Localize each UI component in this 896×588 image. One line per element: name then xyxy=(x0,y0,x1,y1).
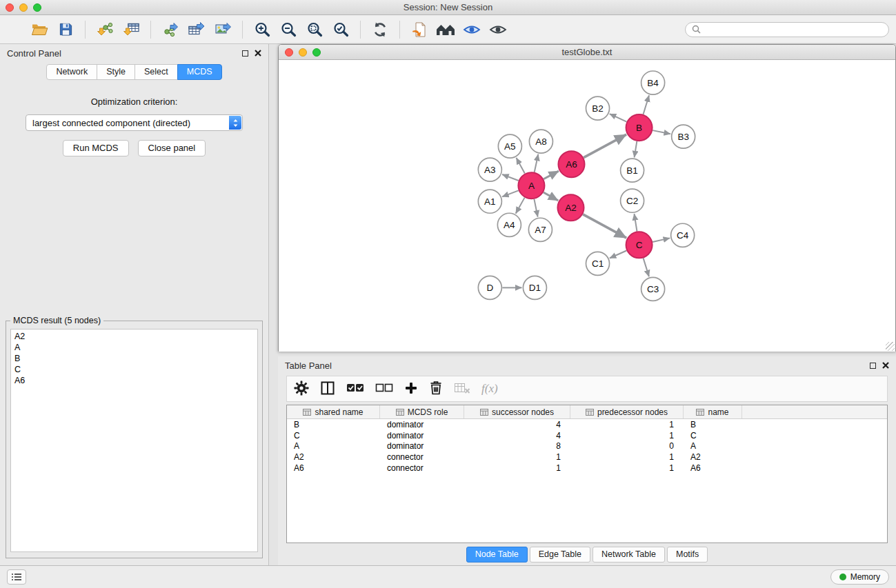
graph-edge-A6-B[interactable] xyxy=(584,134,626,158)
graph-edge-A-A3[interactable] xyxy=(502,174,519,181)
float-table-panel-icon[interactable] xyxy=(870,363,876,369)
column-header-successor-nodes[interactable]: successor nodes xyxy=(464,405,570,418)
zoom-window-button[interactable] xyxy=(33,3,41,12)
graph-edge-A-A4[interactable] xyxy=(516,198,525,214)
tab-node-table[interactable]: Node Table xyxy=(466,547,528,562)
graph-node-B4[interactable]: B4 xyxy=(641,71,665,94)
graph-edge-A-A8[interactable] xyxy=(535,154,539,172)
window-resize-handle[interactable] xyxy=(886,342,895,351)
tab-style[interactable]: Style xyxy=(97,64,135,80)
memory-button[interactable]: Memory xyxy=(830,569,889,585)
import-network-button[interactable] xyxy=(92,19,118,41)
network-window-titlebar[interactable]: testGlobe.txt xyxy=(279,45,895,60)
function-builder-button[interactable]: f(x) xyxy=(481,382,498,396)
column-header-mcds-role[interactable]: MCDS role xyxy=(380,405,464,418)
graph-node-D1[interactable]: D1 xyxy=(523,276,546,299)
graph-node-A2[interactable]: A2 xyxy=(557,194,584,221)
close-panel-button[interactable]: Close panel xyxy=(138,140,206,156)
graph-node-A[interactable]: A xyxy=(518,172,544,199)
add-column-button[interactable] xyxy=(404,381,418,397)
zoom-fit-button[interactable] xyxy=(301,19,328,41)
float-panel-icon[interactable] xyxy=(242,50,248,57)
column-header-shared-name[interactable]: shared name xyxy=(287,405,380,418)
minimize-window-button[interactable] xyxy=(19,3,28,12)
graph-node-B3[interactable]: B3 xyxy=(672,125,695,148)
zoom-in-button[interactable] xyxy=(249,19,275,41)
graph-node-A4[interactable]: A4 xyxy=(497,213,521,236)
graphics-details-button[interactable] xyxy=(459,19,485,41)
graph-node-C[interactable]: C xyxy=(626,232,653,258)
network-canvas[interactable]: B4B2BB3A5A8A6B1A3AC2A1A2A4A7C4C1CC3DD1 xyxy=(279,60,895,352)
graph-edge-A-A6[interactable] xyxy=(544,171,559,179)
graph-node-A8[interactable]: A8 xyxy=(529,130,552,153)
select-all-button[interactable] xyxy=(346,383,364,396)
graph-edge-A2-C[interactable] xyxy=(583,214,626,238)
task-history-button[interactable] xyxy=(7,569,26,585)
search-input[interactable] xyxy=(704,25,882,34)
delete-column-button[interactable] xyxy=(429,381,443,398)
close-network-window-button[interactable] xyxy=(285,48,293,57)
close-panel-icon[interactable] xyxy=(255,50,261,57)
graph-edge-B-B4[interactable] xyxy=(643,95,649,114)
tab-network[interactable]: Network xyxy=(46,64,97,80)
show-columns-button[interactable] xyxy=(320,381,335,398)
graph-edge-A-A7[interactable] xyxy=(534,199,537,217)
graph-node-D[interactable]: D xyxy=(478,276,501,299)
tab-edge-table[interactable]: Edge Table xyxy=(530,547,590,562)
graph-node-B2[interactable]: B2 xyxy=(586,97,609,120)
table-row[interactable]: A6connector11A6 xyxy=(287,463,887,474)
export-network-button[interactable] xyxy=(157,19,183,41)
network-graph[interactable]: B4B2BB3A5A8A6B1A3AC2A1A2A4A7C4C1CC3DD1 xyxy=(279,60,895,352)
annotations-button[interactable] xyxy=(406,19,432,41)
graph-node-A3[interactable]: A3 xyxy=(478,158,501,181)
import-table-button[interactable] xyxy=(118,19,144,41)
graph-node-A1[interactable]: A1 xyxy=(478,190,501,213)
table-row[interactable]: Cdominator41C xyxy=(287,430,887,441)
minimize-network-window-button[interactable] xyxy=(299,48,307,57)
zoom-selected-button[interactable] xyxy=(328,19,354,41)
graph-node-C4[interactable]: C4 xyxy=(671,223,695,247)
close-table-panel-icon[interactable] xyxy=(882,362,889,369)
graph-node-C3[interactable]: C3 xyxy=(641,277,665,301)
show-hide-details-button[interactable] xyxy=(485,19,511,41)
graph-edge-A-A2[interactable] xyxy=(544,192,558,201)
table-row[interactable]: Bdominator41B xyxy=(287,419,887,430)
export-image-button[interactable] xyxy=(210,19,236,41)
graph-edge-B-B3[interactable] xyxy=(653,130,670,134)
refresh-view-button[interactable] xyxy=(367,19,393,41)
optimization-dropdown[interactable]: largest connected component (directed) xyxy=(26,114,243,131)
column-header-name[interactable]: name xyxy=(684,405,742,418)
graph-node-B[interactable]: B xyxy=(626,114,653,141)
graph-edge-B-B1[interactable] xyxy=(635,141,637,158)
table-row[interactable]: A2connector11A2 xyxy=(287,452,887,463)
close-window-button[interactable] xyxy=(6,3,14,12)
table-settings-button[interactable] xyxy=(294,381,309,398)
graph-edge-A-A1[interactable] xyxy=(502,190,519,196)
graph-node-A5[interactable]: A5 xyxy=(498,134,521,158)
graph-edge-C-C1[interactable] xyxy=(610,251,627,258)
open-session-button[interactable] xyxy=(26,19,52,41)
zoom-network-window-button[interactable] xyxy=(312,48,321,57)
graph-node-B1[interactable]: B1 xyxy=(621,159,644,182)
tab-network-table[interactable]: Network Table xyxy=(593,547,665,562)
graph-node-A7[interactable]: A7 xyxy=(528,218,552,241)
column-header-predecessor-nodes[interactable]: predecessor nodes xyxy=(570,405,684,418)
tab-mcds[interactable]: MCDS xyxy=(177,64,222,80)
network-overview-button[interactable] xyxy=(432,19,459,41)
export-table-button[interactable] xyxy=(183,19,210,41)
graph-node-C1[interactable]: C1 xyxy=(586,252,609,275)
zoom-out-button[interactable] xyxy=(275,19,301,41)
graph-edge-B-B2[interactable] xyxy=(610,114,627,122)
tab-select[interactable]: Select xyxy=(135,64,178,80)
graph-node-C2[interactable]: C2 xyxy=(621,189,644,212)
search-box[interactable] xyxy=(685,22,889,37)
save-session-button[interactable] xyxy=(52,19,79,41)
graph-edge-C-C3[interactable] xyxy=(644,258,649,276)
graph-edge-C-C2[interactable] xyxy=(634,214,637,231)
graph-node-A6[interactable]: A6 xyxy=(558,151,584,177)
mcds-result-list[interactable]: A2ABCA6 xyxy=(10,329,258,552)
run-mcds-button[interactable]: Run MCDS xyxy=(63,140,129,156)
tab-motifs[interactable]: Motifs xyxy=(667,547,708,562)
graph-edge-C-C4[interactable] xyxy=(653,238,670,242)
table-row[interactable]: Adominator80A xyxy=(287,441,887,452)
